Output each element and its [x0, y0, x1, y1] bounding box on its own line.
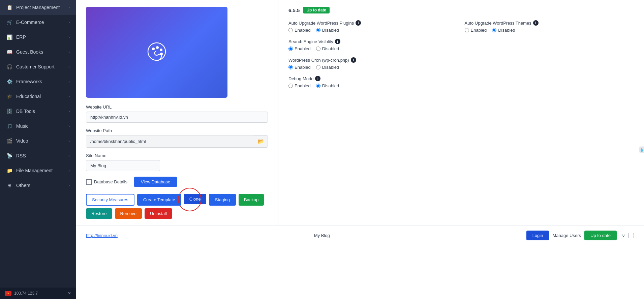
wp-cron-disabled[interactable]: Disabled	[316, 65, 339, 70]
expand-plus-icon: +	[86, 179, 92, 185]
sidebar-item-rss[interactable]: 📡 RSS ›	[0, 148, 76, 163]
clone-wrapper: Clone	[184, 194, 206, 206]
educational-icon: 🎓	[6, 93, 13, 100]
sidebar-item-project-management[interactable]: 📋 Project Management ›	[0, 0, 76, 15]
staging-button[interactable]: Staging	[209, 194, 236, 206]
debug-mode-enabled[interactable]: Enabled	[288, 83, 311, 88]
auto-upgrade-themes-info-icon[interactable]: i	[533, 20, 539, 26]
plugin-art-svg	[143, 39, 170, 66]
guest-books-icon: 📖	[6, 49, 13, 55]
sidebar-item-erp[interactable]: 📊 ERP ›	[0, 30, 76, 44]
chevron-right-icon: ›	[68, 109, 70, 113]
sidebar-item-others[interactable]: ⊞ Others ›	[0, 178, 76, 193]
right-panel: 6.5.5 Up to date Auto Upgrade WordPress …	[278, 0, 644, 226]
erp-icon: 📊	[6, 34, 13, 40]
flag-icon: 🇻🇳	[5, 291, 11, 296]
database-details-expand[interactable]: + Database Details	[86, 179, 127, 185]
sidebar-item-label: Frameworks	[16, 79, 42, 84]
up-to-date-button[interactable]: Up to date	[584, 231, 617, 240]
security-measures-button[interactable]: Security Measures	[86, 194, 134, 206]
sidebar-item-label: Video	[16, 138, 28, 144]
site-name-input[interactable]	[86, 160, 160, 171]
site-name-group: Site Name	[86, 153, 268, 171]
backup-button[interactable]: Backup	[239, 194, 264, 206]
select-row-checkbox[interactable]	[628, 233, 634, 238]
version-number: 6.5.5	[288, 7, 300, 13]
login-button[interactable]: Login	[526, 231, 549, 240]
debug-mode-group: Debug Mode i Enabled Disabled	[288, 76, 634, 88]
main-content: Website URL Website Path 📂 Site Name +	[76, 0, 644, 299]
folder-browse-icon[interactable]: 📂	[254, 136, 268, 147]
database-details-row: + Database Details View Database	[86, 177, 268, 187]
chevron-down-icon[interactable]: ∨	[622, 233, 625, 238]
sidebar-item-video[interactable]: 🎬 Video ›	[0, 133, 76, 148]
restore-button[interactable]: Restore	[86, 208, 112, 219]
chevron-right-icon: ›	[68, 80, 70, 84]
project-management-icon: 📋	[6, 4, 13, 11]
auto-upgrade-plugins-label: Auto Upgrade WordPress Plugins i	[288, 20, 458, 26]
customer-support-icon: 🎧	[6, 63, 13, 70]
bottom-site-url[interactable]: http://linnie.id.vn	[86, 233, 118, 238]
create-template-button[interactable]: Create Template	[137, 194, 181, 206]
chevron-right-icon: ›	[68, 94, 70, 98]
wp-cron-radio-group: Enabled Disabled	[288, 65, 634, 70]
bottom-row: http://linnie.id.vn My Blog Login Manage…	[76, 226, 644, 245]
chevron-right-icon: ›	[68, 154, 70, 158]
sidebar-item-label: Music	[16, 123, 29, 129]
search-engine-label: Search Engine Visiblity i	[288, 39, 634, 44]
search-engine-info-icon[interactable]: i	[335, 39, 340, 44]
auto-upgrade-plugins-info-icon[interactable]: i	[356, 20, 361, 26]
wp-cron-enabled[interactable]: Enabled	[288, 65, 311, 70]
sidebar-item-educational[interactable]: 🎓 Educational ›	[0, 89, 76, 104]
database-details-label: Database Details	[94, 179, 127, 184]
website-url-label: Website URL	[86, 104, 268, 110]
remove-button[interactable]: Remove	[115, 208, 142, 219]
chevron-right-icon: ›	[68, 20, 70, 24]
file-management-icon: 📁	[6, 167, 13, 174]
ecommerce-icon: 🛒	[6, 19, 13, 26]
auto-upgrade-plugins-enabled[interactable]: Enabled	[288, 28, 311, 33]
sidebar-item-frameworks[interactable]: ⚙️ Frameworks ›	[0, 74, 76, 89]
auto-upgrade-themes-disabled[interactable]: Disabled	[492, 28, 515, 33]
sidebar-item-music[interactable]: 🎵 Music ›	[0, 119, 76, 133]
version-row: 6.5.5 Up to date	[288, 7, 634, 13]
auto-upgrade-themes-enabled[interactable]: Enabled	[465, 28, 487, 33]
view-database-button[interactable]: View Database	[134, 177, 177, 187]
search-engine-enabled[interactable]: Enabled	[288, 46, 311, 51]
debug-mode-info-icon[interactable]: i	[315, 76, 320, 81]
plugin-thumbnail	[86, 7, 227, 98]
sidebar-item-file-management[interactable]: 📁 File Management ›	[0, 163, 76, 178]
website-url-group: Website URL	[86, 104, 268, 123]
sidebar-item-customer-support[interactable]: 🎧 Customer Support ›	[0, 59, 76, 74]
uninstall-button[interactable]: Uninstall	[145, 208, 172, 219]
svg-point-1	[152, 48, 155, 50]
chevron-right-icon: ›	[68, 169, 70, 173]
sidebar-item-db-tools[interactable]: 🗄️ DB Tools ›	[0, 104, 76, 119]
debug-mode-label: Debug Mode i	[288, 76, 634, 81]
bottom-site-name: My Blog	[314, 233, 330, 238]
rss-icon: 📡	[6, 152, 13, 159]
search-engine-disabled[interactable]: Disabled	[316, 46, 339, 51]
manage-users-link[interactable]: Manage Users	[552, 233, 581, 238]
chevron-right-icon: ›	[68, 5, 70, 9]
auto-upgrade-plugins-group: Auto Upgrade WordPress Plugins i Enabled…	[288, 20, 458, 33]
auto-upgrade-themes-radio-group: Enabled Disabled	[465, 28, 634, 33]
settings-two-col: Auto Upgrade WordPress Plugins i Enabled…	[288, 20, 634, 39]
sidebar-item-label: Educational	[16, 94, 41, 99]
left-panel: Website URL Website Path 📂 Site Name +	[76, 0, 278, 226]
sidebar-item-guest-books[interactable]: 📖 Guest Books ›	[0, 44, 76, 59]
wp-cron-info-icon[interactable]: i	[351, 57, 356, 63]
ip-bar: 🇻🇳 103.74.123.7 ✕	[0, 288, 76, 299]
sidebar-item-label: Project Management	[16, 5, 60, 10]
sidebar-item-ecommerce[interactable]: 🛒 E-Commerce ›	[0, 15, 76, 30]
debug-mode-disabled[interactable]: Disabled	[316, 83, 339, 88]
website-url-input[interactable]	[86, 112, 268, 123]
scroll-indicator[interactable]: 💧	[639, 146, 644, 153]
ip-close-button[interactable]: ✕	[68, 291, 71, 296]
website-path-input[interactable]	[86, 136, 254, 147]
website-path-field: 📂	[86, 135, 268, 148]
auto-upgrade-plugins-disabled[interactable]: Disabled	[316, 28, 339, 33]
clone-button[interactable]: Clone	[184, 194, 206, 204]
chevron-right-icon: ›	[68, 139, 70, 143]
music-icon: 🎵	[6, 123, 13, 129]
